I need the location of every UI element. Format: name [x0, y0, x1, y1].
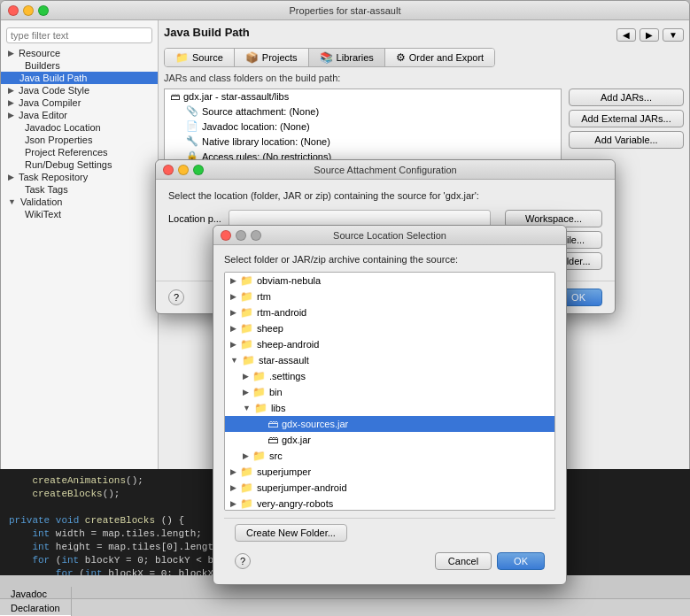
- tree-folder-icon: 📁: [240, 481, 253, 494]
- sidebar-item-task-tags[interactable]: Task Tags: [1, 183, 158, 196]
- minimize-button[interactable]: [23, 5, 34, 16]
- tab-source[interactable]: 📁Source: [165, 49, 235, 66]
- bottom-tab-declaration[interactable]: Declaration: [0, 601, 72, 615]
- tree-item-0[interactable]: ▶📁obviam-nebula: [225, 273, 554, 289]
- tree-folder-icon: 📁: [252, 386, 266, 398]
- tab-icon: ⚙: [396, 51, 406, 64]
- sidebar-item-java-code-style[interactable]: ▶Java Code Style: [1, 84, 158, 96]
- tree-item-11[interactable]: ▶📁src: [225, 448, 554, 464]
- menu-button[interactable]: ▼: [663, 28, 684, 42]
- tree-item-8[interactable]: ▼📁libs: [225, 400, 554, 416]
- sa-zoom-button[interactable]: [193, 165, 204, 175]
- tree-folder-icon: 📁: [240, 466, 253, 478]
- traffic-lights: [8, 5, 49, 16]
- tree-arrow: ▶: [230, 276, 236, 285]
- sidebar-item-project-references[interactable]: Project References: [1, 146, 158, 158]
- tree-item-6[interactable]: ▶📁.settings: [225, 368, 554, 384]
- tree-label: gdx-sources.jar: [282, 419, 348, 429]
- forward-button[interactable]: ▶: [640, 28, 659, 42]
- create-folder-button[interactable]: Create New Folder...: [235, 524, 347, 542]
- sl-ok-button[interactable]: OK: [497, 552, 545, 570]
- bottom-tabs-container: JavadocDeclarationConsole: [0, 587, 72, 617]
- jar-icon: 🔧: [186, 135, 198, 147]
- sl-minimize-button[interactable]: [236, 230, 246, 241]
- tree-item-2[interactable]: ▶📁rtm-android: [225, 304, 554, 320]
- sidebar-item-json-properties[interactable]: Json Properties: [1, 134, 158, 146]
- source-location-dialog: Source Location Selection Select folder …: [213, 225, 567, 585]
- sa-close-button[interactable]: [163, 165, 174, 175]
- tree-item-4[interactable]: ▶📁sheep-android: [225, 336, 554, 352]
- tab-icon: 📚: [320, 51, 333, 64]
- tree-arrow: ▶: [230, 340, 236, 349]
- tab-icon: 📦: [245, 51, 259, 64]
- sidebar-label: Java Build Path: [19, 73, 87, 83]
- close-button[interactable]: [8, 5, 19, 16]
- jar-icon: 🗃: [170, 91, 180, 102]
- sl-title-bar: Source Location Selection: [213, 226, 566, 245]
- tree-item-1[interactable]: ▶📁rtm: [225, 289, 554, 304]
- zoom-button[interactable]: [38, 5, 49, 16]
- sidebar-item-java-build-path[interactable]: Java Build Path: [1, 72, 158, 84]
- jar-btn-2[interactable]: Add Variable...: [569, 131, 684, 149]
- sidebar-item-task-repository[interactable]: ▶Task Repository: [1, 171, 158, 183]
- sl-cancel-button[interactable]: Cancel: [435, 552, 492, 570]
- sl-zoom-button[interactable]: [251, 230, 261, 241]
- panel-title: Java Build Path: [164, 26, 250, 39]
- tree-folder-icon: 🗃: [267, 418, 278, 430]
- tab-order-and-export[interactable]: ⚙Order and Export: [385, 49, 494, 66]
- sl-close-button[interactable]: [221, 230, 231, 241]
- tree-item-10[interactable]: 🗃gdx.jar: [225, 432, 554, 448]
- tree-arrow: ▶: [243, 372, 249, 381]
- filter-input[interactable]: [6, 27, 152, 43]
- tree-item-5[interactable]: ▼📁star-assault: [225, 352, 554, 368]
- tree-label: sheep: [257, 323, 283, 334]
- sa-traffic-lights: [163, 165, 204, 175]
- tab-label: Source: [192, 52, 223, 63]
- sidebar-item-java-compiler[interactable]: ▶Java Compiler: [1, 96, 158, 109]
- sa-help-icon[interactable]: ?: [168, 289, 184, 305]
- sa-minimize-button[interactable]: [178, 165, 189, 175]
- jar-label: Source attachment: (None): [202, 106, 319, 117]
- jar-item-2[interactable]: 📄Javadoc location: (None): [165, 119, 561, 134]
- build-path-description: JARs and class folders on the build path…: [164, 73, 684, 83]
- jar-item-3[interactable]: 🔧Native library location: (None): [165, 134, 561, 149]
- tree-item-3[interactable]: ▶📁sheep: [225, 320, 554, 336]
- sl-tree-view[interactable]: ▶📁obviam-nebula▶📁rtm▶📁rtm-android▶📁sheep…: [224, 272, 555, 511]
- sl-help-icon[interactable]: ?: [235, 553, 251, 569]
- tree-folder-icon: 📁: [240, 274, 253, 287]
- tab-projects[interactable]: 📦Projects: [235, 49, 309, 66]
- tab-libraries[interactable]: 📚Libraries: [309, 49, 385, 66]
- sidebar-label: Project References: [25, 147, 108, 158]
- tree-folder-icon: 📁: [242, 354, 255, 366]
- jar-btn-0[interactable]: Add JARs...: [569, 89, 684, 106]
- bottom-tab-javadoc[interactable]: Javadoc: [0, 587, 72, 601]
- back-button[interactable]: ◀: [616, 28, 636, 42]
- sidebar-item-validation[interactable]: ▼Validation: [1, 196, 158, 208]
- jar-btn-1[interactable]: Add External JARs...: [569, 110, 684, 127]
- sl-title-text: Source Location Selection: [333, 230, 446, 241]
- tab-label: Order and Export: [409, 52, 484, 63]
- tree-item-12[interactable]: ▶📁superjumper: [225, 464, 554, 480]
- sidebar-item-resource[interactable]: ▶Resource: [1, 47, 158, 59]
- tree-item-13[interactable]: ▶📁superjumper-android: [225, 480, 554, 496]
- tree-arrow: ▶: [230, 308, 236, 317]
- sidebar-label: Resource: [19, 48, 60, 58]
- tree-arrow: ▶: [230, 499, 236, 508]
- sidebar-item-run/debug-settings[interactable]: Run/Debug Settings: [1, 158, 158, 171]
- tree-label: src: [269, 450, 283, 461]
- sl-body: Select folder or JAR/zip archive contain…: [213, 245, 566, 584]
- tree-label: obviam-nebula: [257, 275, 321, 286]
- tree-arrow: ▼: [230, 356, 238, 365]
- tree-arrow: ▶: [230, 467, 236, 476]
- jar-item-1[interactable]: 📎Source attachment: (None): [165, 104, 561, 119]
- sidebar-item-builders[interactable]: Builders: [1, 59, 158, 72]
- sidebar-label: Builders: [25, 60, 60, 71]
- sidebar-item-java-editor[interactable]: ▶Java Editor: [1, 109, 158, 121]
- sidebar-item-javadoc-location[interactable]: Javadoc Location: [1, 121, 158, 134]
- tree-item-14[interactable]: ▶📁very-angry-robots: [225, 496, 554, 511]
- tree-arrow: ▶: [243, 451, 249, 460]
- jar-item-0[interactable]: 🗃gdx.jar - star-assault/libs: [165, 89, 561, 104]
- tree-item-7[interactable]: ▶📁bin: [225, 384, 554, 400]
- sidebar-item-wikitext[interactable]: WikiText: [1, 208, 158, 220]
- tree-item-9[interactable]: 🗃gdx-sources.jar: [225, 416, 554, 432]
